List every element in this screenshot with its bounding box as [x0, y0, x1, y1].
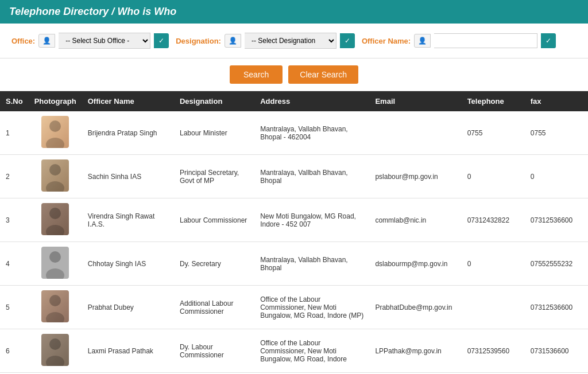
officer-photo [41, 334, 69, 366]
cell-fax: 0731536600 [525, 329, 588, 373]
cell-fax: 07312536600 [525, 286, 588, 329]
cell-address: Office of the Labour Commissioner, New M… [254, 286, 369, 329]
svg-point-10 [49, 338, 61, 350]
svg-point-3 [46, 181, 64, 192]
table-row: 6 Laxmi Prasad PathakDy. Labour Commissi… [0, 329, 588, 373]
cell-photo [29, 111, 82, 155]
page-header: Telephone Directory / Who is Who [0, 0, 588, 24]
cell-sno: 4 [0, 242, 29, 286]
col-sno: S.No [0, 91, 29, 111]
cell-email: commlab@nic.in [369, 198, 461, 242]
table-row: 4 Chhotay Singh IASDy. SecretaryMantrala… [0, 242, 588, 286]
officer-photo [41, 290, 69, 322]
cell-telephone: 07312539560 [462, 329, 525, 373]
cell-officer-name: Sachin Sinha IAS [82, 155, 174, 198]
cell-designation: Additional Labour Commissioner [174, 286, 254, 329]
svg-point-6 [49, 251, 61, 263]
office-filter-group: Office: 👤 -- Select Sub Office - ✓ [11, 33, 169, 49]
cell-email: LPPathak@mp.gov.in [369, 329, 461, 373]
cell-sno: 5 [0, 286, 29, 329]
cell-fax: 0755 [525, 111, 588, 155]
cell-address: Mantralaya, Vallabh Bhavan, Bhopal [254, 242, 369, 286]
cell-designation: Labour Minister [174, 111, 254, 155]
officer-name-label: Officer Name: [362, 37, 411, 45]
cell-telephone: 0755 [462, 111, 525, 155]
table-row: 2 Sachin Sinha IASPrincipal Secretary, G… [0, 155, 588, 198]
designation-icon: 👤 [225, 34, 241, 48]
cell-designation: Dy. Labour Commissioner [174, 329, 254, 373]
svg-point-2 [49, 164, 61, 176]
office-label: Office: [11, 37, 35, 45]
office-select[interactable]: -- Select Sub Office - [59, 33, 150, 49]
cell-designation: Dy. Secretary [174, 242, 254, 286]
cell-sno: 1 [0, 111, 29, 155]
cell-telephone: 0 [462, 155, 525, 198]
col-fax: fax [525, 91, 588, 111]
designation-label: Designation: [176, 37, 221, 45]
cell-sno: 6 [0, 329, 29, 373]
results-table-container: S.No Photograph Officer Name Designation… [0, 91, 588, 374]
officer-photo [41, 159, 69, 192]
cell-designation: Labour Commissioner [174, 198, 254, 242]
cell-fax: 07312536600 [525, 198, 588, 242]
officer-photo [41, 247, 69, 279]
office-icon: 👤 [38, 34, 55, 48]
cell-address: Office of the Labour Commissioner, New M… [254, 329, 369, 373]
officer-photo [41, 203, 69, 235]
clear-search-button[interactable]: Clear Search [288, 65, 358, 84]
officer-name-filter-group: Officer Name: 👤 ✓ [362, 33, 556, 48]
svg-point-5 [46, 225, 64, 235]
svg-point-9 [46, 312, 64, 322]
cell-sno: 2 [0, 155, 29, 198]
col-email: Email [369, 91, 461, 111]
cell-photo [29, 242, 82, 286]
cell-fax: 0 [525, 155, 588, 198]
results-table: S.No Photograph Officer Name Designation… [0, 91, 588, 374]
cell-photo [29, 286, 82, 329]
svg-point-11 [46, 356, 64, 366]
cell-officer-name: Chhotay Singh IAS [82, 242, 174, 286]
designation-select[interactable]: -- Select Designation [245, 33, 336, 49]
cell-officer-name: Laxmi Prasad Pathak [82, 329, 174, 373]
designation-filter-group: Designation: 👤 -- Select Designation ✓ [176, 33, 355, 49]
cell-address: Mantralaya, Vallbah Bhavan, Bhopal [254, 155, 369, 198]
cell-email: dslabourmp@mp.gov.in [369, 242, 461, 286]
search-bar: Search Clear Search [0, 59, 588, 91]
cell-telephone [462, 286, 525, 329]
cell-photo [29, 198, 82, 242]
officer-name-input[interactable] [434, 33, 537, 48]
filter-bar: Office: 👤 -- Select Sub Office - ✓ Desig… [0, 24, 588, 59]
search-button[interactable]: Search [230, 65, 283, 84]
svg-point-8 [49, 295, 61, 306]
officer-name-check-button[interactable]: ✓ [541, 33, 556, 48]
cell-email: pslabour@mp.gov.in [369, 155, 461, 198]
cell-sno: 3 [0, 198, 29, 242]
designation-check-button[interactable]: ✓ [340, 33, 355, 48]
cell-email: PrabhatDube@mp.gov.in [369, 286, 461, 329]
office-check-button[interactable]: ✓ [154, 33, 169, 48]
cell-photo [29, 329, 82, 373]
table-row: 3 Virendra Singh Rawat I.A.S.Labour Comm… [0, 198, 588, 242]
page-title: Telephone Directory / Who is Who [9, 6, 176, 17]
table-row: 1 Brijendra Pratap SinghLabour MinisterM… [0, 111, 588, 155]
table-row: 5 Prabhat DubeyAdditional Labour Commiss… [0, 286, 588, 329]
svg-point-1 [46, 138, 64, 148]
col-officer-name: Officer Name [82, 91, 174, 111]
col-photograph: Photograph [29, 91, 82, 111]
cell-designation: Principal Secretary, Govt of MP [174, 155, 254, 198]
cell-address: New Moti Bungalow, MG Road, Indore - 452… [254, 198, 369, 242]
col-telephone: Telephone [462, 91, 525, 111]
officer-photo [41, 116, 69, 148]
cell-telephone: 0 [462, 242, 525, 286]
cell-fax: 07552555232 [525, 242, 588, 286]
cell-address: Mantralaya, Vallabh Bhavan, Bhopal - 462… [254, 111, 369, 155]
cell-telephone: 07312432822 [462, 198, 525, 242]
svg-point-0 [49, 120, 61, 132]
svg-point-7 [46, 268, 64, 279]
table-header-row: S.No Photograph Officer Name Designation… [0, 91, 588, 111]
col-address: Address [254, 91, 369, 111]
cell-photo [29, 155, 82, 198]
cell-officer-name: Prabhat Dubey [82, 286, 174, 329]
cell-officer-name: Virendra Singh Rawat I.A.S. [82, 198, 174, 242]
cell-officer-name: Brijendra Pratap Singh [82, 111, 174, 155]
